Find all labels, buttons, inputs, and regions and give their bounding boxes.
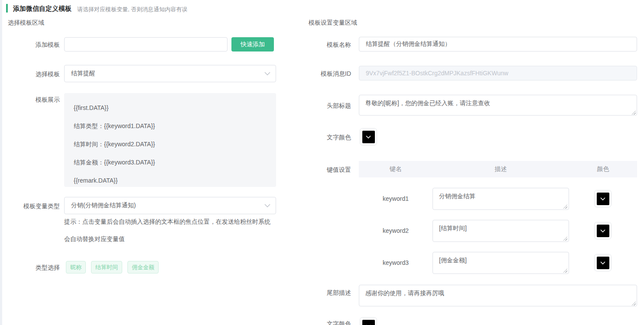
kv-color-picker[interactable]: [594, 254, 611, 271]
page-subtitle: 请选择对应模板变量, 否则消息通知内容有误: [77, 6, 187, 13]
chevron-down-icon: [600, 261, 605, 264]
footer-desc-textarea[interactable]: 感谢你的使用，请再接再厉哦: [359, 285, 637, 306]
kv-color-picker[interactable]: [594, 190, 611, 207]
type-tag-group: 昵称 结算时间 佣金金额: [66, 261, 164, 274]
select-template-dropdown[interactable]: 结算提醒: [64, 65, 276, 82]
text-color-label: 文字颜色: [303, 134, 351, 141]
type-tag-nickname[interactable]: 昵称: [66, 261, 86, 274]
title-accent-bar: [6, 4, 8, 13]
kv-col-key: 键名: [359, 165, 433, 173]
variable-type-value: 分销(分销佣金结算通知): [71, 202, 136, 209]
resize-handle-icon[interactable]: [563, 236, 567, 241]
resize-handle-icon[interactable]: [563, 268, 567, 273]
template-preview-box: {{first.DATA}} 结算类型：{{keyword1.DATA}} 结算…: [64, 93, 276, 187]
kv-row-keyword1: keyword1 分销佣金结算: [359, 183, 637, 215]
color-swatch-black: [597, 225, 609, 237]
text-color-bottom-label: 文字颜色: [303, 320, 351, 325]
kv-color-picker[interactable]: [594, 222, 611, 239]
kv-desc-textarea[interactable]: [结算时间]: [433, 220, 569, 242]
page-edge-strip: [0, 0, 2, 325]
kv-col-color: 颜色: [569, 165, 637, 173]
template-id-input: [359, 66, 637, 80]
kv-row-keyword2: keyword2 [结算时间]: [359, 215, 637, 247]
type-tag-settle-time[interactable]: 结算时间: [91, 261, 122, 274]
quick-add-button[interactable]: 快速添加: [231, 37, 274, 51]
header-title-textarea[interactable]: 尊敬的[昵称]，您的佣金已经入账，请注意查收: [359, 95, 637, 116]
text-color-picker[interactable]: [360, 128, 377, 145]
color-swatch-black: [362, 131, 375, 143]
template-name-input[interactable]: [359, 37, 637, 51]
add-template-input[interactable]: [64, 37, 228, 51]
header-title-label: 头部标题: [303, 102, 351, 109]
kv-col-desc: 描述: [433, 165, 569, 173]
kv-table-header: 键名 描述 颜色: [359, 161, 637, 177]
resize-handle-icon[interactable]: [631, 110, 636, 115]
preview-line: 结算金额：{{keyword3.DATA}}: [74, 153, 267, 171]
kv-desc-textarea[interactable]: 分销佣金结算: [433, 188, 569, 210]
chevron-down-icon: [600, 197, 605, 200]
kv-desc-textarea[interactable]: [佣金金额]: [433, 252, 569, 274]
footer-desc-label: 尾部描述: [303, 289, 351, 296]
resize-handle-icon[interactable]: [631, 301, 636, 306]
preview-line: 结算类型：{{keyword1.DATA}}: [74, 117, 267, 135]
variable-type-dropdown[interactable]: 分销(分销佣金结算通知): [64, 197, 276, 214]
template-id-label: 模板消息ID: [303, 70, 351, 77]
select-template-value: 结算提醒: [71, 70, 95, 77]
color-swatch-black: [362, 320, 375, 325]
add-template-label: 添加模板: [0, 41, 60, 48]
type-tag-commission-amount[interactable]: 佣金金额: [127, 261, 159, 274]
preview-line: {{first.DATA}}: [74, 99, 267, 117]
chevron-down-icon: [264, 72, 270, 75]
right-section-title: 模板设置变量区域: [309, 19, 357, 27]
chevron-down-icon: [366, 135, 371, 138]
template-name-label: 模板名称: [303, 41, 351, 48]
page-title: 添加微信自定义模板: [13, 5, 72, 13]
left-section-title: 选择模板区域: [8, 19, 44, 27]
kv-key-name: keyword1: [359, 195, 433, 202]
kv-settings-label: 键值设置: [303, 166, 351, 173]
kv-key-name: keyword2: [359, 227, 433, 234]
select-template-label: 选择模板: [0, 71, 60, 77]
resize-handle-icon[interactable]: [563, 204, 567, 209]
template-preview-label: 模板展示: [0, 96, 60, 103]
kv-row-keyword3: keyword3 [佣金金额]: [359, 247, 637, 279]
preview-line: 结算时间：{{keyword2.DATA}}: [74, 135, 267, 153]
type-select-label: 类型选择: [0, 264, 60, 271]
kv-key-name: keyword3: [359, 259, 433, 266]
variable-type-label: 模板变量类型: [0, 203, 60, 209]
chevron-down-icon: [264, 204, 270, 207]
variable-hint-text: 提示：点击变量后会自动插入选择的文本框的焦点位置，在发送给粉丝时系统会自动替换对…: [64, 213, 276, 248]
color-swatch-black: [597, 193, 609, 205]
text-color-bottom-picker[interactable]: [360, 317, 377, 325]
preview-line: {{remark.DATA}}: [74, 171, 267, 190]
chevron-down-icon: [600, 229, 605, 232]
add-wechat-template-page: 添加微信自定义模板 请选择对应模板变量, 否则消息通知内容有误 选择模板区域 添…: [0, 0, 644, 325]
color-swatch-black: [597, 257, 609, 269]
